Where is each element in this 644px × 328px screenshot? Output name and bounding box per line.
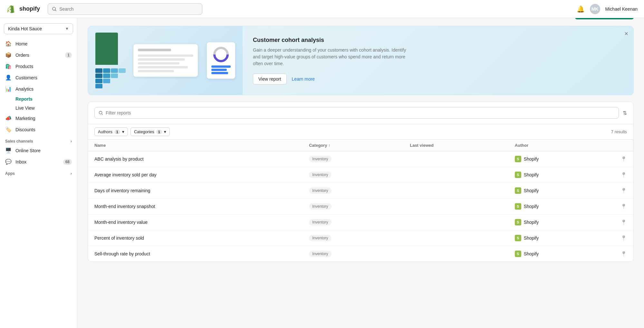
sidebar-item-orders[interactable]: 📦 Orders 1 [0,49,77,61]
col-category[interactable]: Category ↑ [303,140,403,151]
cell-name: Month-end inventory snapshot [88,199,303,214]
view-report-button[interactable]: View report [253,74,287,84]
cell-category: Inventory [303,183,403,199]
promo-banner: × Customer cohort analysis Gain a deeper… [88,26,634,95]
cell-category: Inventory [303,246,403,262]
sidebar-item-inbox[interactable]: 💬 Inbox 68 [0,156,77,167]
authors-chevron-icon: ▾ [122,129,124,134]
cell-last-viewed [403,167,508,183]
chevron-down-icon: ▼ [65,26,69,31]
cell-name: Days of inventory remaining [88,183,303,199]
cell-pin[interactable]: 📍 [614,214,633,230]
sort-button[interactable]: ⇅ [623,110,627,116]
pin-icon[interactable]: 📍 [620,220,627,225]
promo-title: Customer cohort analysis [253,37,623,44]
cell-category: Inventory [303,151,403,167]
notifications-icon[interactable]: 🔔 [577,5,585,13]
cell-pin[interactable]: 📍 [614,167,633,183]
table-row[interactable]: ABC analysis by product Inventory S Shop… [88,151,633,167]
sidebar-item-label: Customers [15,75,37,80]
cell-last-viewed [403,151,508,167]
analytics-icon: 📊 [5,86,12,92]
cell-pin[interactable]: 📍 [614,151,633,167]
pin-icon[interactable]: 📍 [620,235,627,241]
sidebar-item-products[interactable]: 🛍️ Products [0,61,77,72]
sidebar-item-label: Home [15,41,27,46]
cell-author: S Shopify [508,214,614,230]
pin-icon[interactable]: 📍 [620,156,627,162]
pin-icon[interactable]: 📍 [620,188,627,194]
reports-table: Name Category ↑ Last viewed Author ABC a… [88,140,633,262]
top-nav: shopify 🔔 MK Michael Keenan [0,0,644,18]
marketing-icon: 📣 [5,115,12,121]
author-name: Shopify [524,172,539,177]
promo-description: Gain a deeper understanding of your cust… [253,47,414,67]
logo-text: shopify [19,5,40,12]
shopify-logo-icon [6,4,17,14]
sidebar-item-label: Products [15,64,33,69]
cell-pin[interactable]: 📍 [614,230,633,246]
pin-icon[interactable]: 📍 [620,172,627,178]
cell-pin[interactable]: 📍 [614,246,633,262]
filter-search[interactable] [94,107,619,119]
table-row[interactable]: Days of inventory remaining Inventory S … [88,183,633,199]
store-selector[interactable]: Kinda Hot Sauce ▼ [4,23,73,34]
search-bar[interactable] [48,3,202,15]
avatar-initials: MK [591,6,599,12]
learn-more-button[interactable]: Learn more [292,76,315,82]
donut-mock-card [207,42,235,79]
online-store-icon: 🖥️ [5,147,12,154]
logo[interactable]: shopify [6,4,40,14]
cell-author: S Shopify [508,230,614,246]
authors-label: Authors [98,129,112,134]
sidebar-item-label: Analytics [15,86,34,92]
store-name: Kinda Hot Sauce [8,26,42,31]
col-last-viewed: Last viewed [403,140,508,151]
sidebar-item-analytics[interactable]: 📊 Analytics [0,83,77,94]
sidebar-item-live-view[interactable]: Live View [0,104,77,113]
pin-icon[interactable]: 📍 [620,204,627,209]
inbox-icon: 💬 [5,159,12,165]
sidebar: Kinda Hot Sauce ▼ 🏠 Home 📦 Orders 1 🛍️ P… [0,18,77,270]
sidebar-sub-label: Live View [15,105,35,111]
cell-pin[interactable]: 📍 [614,183,633,199]
table-row[interactable]: Month-end inventory snapshot Inventory S… [88,199,633,214]
cell-name: Month-end inventory value [88,214,303,230]
avatar[interactable]: MK [590,4,600,14]
author-name: Shopify [524,220,539,225]
filter-chips-bar: Authors 1 ▾ Categories 1 ▾ 7 results [88,124,633,140]
table-row[interactable]: Average inventory sold per day Inventory… [88,167,633,183]
sidebar-item-label: Marketing [15,116,35,121]
authors-filter-chip[interactable]: Authors 1 ▾ [94,127,128,136]
sidebar-item-marketing[interactable]: 📣 Marketing [0,113,77,124]
expand-icon[interactable]: › [71,139,72,144]
sidebar-item-customers[interactable]: 👤 Customers [0,72,77,83]
promo-actions: View report Learn more [253,74,623,84]
table-row[interactable]: Percent of inventory sold Inventory S Sh… [88,230,633,246]
table-row[interactable]: Month-end inventory value Inventory S Sh… [88,214,633,230]
shopify-author-icon: S [515,219,521,225]
sidebar-item-discounts[interactable]: 🏷️ Discounts [0,124,77,135]
cell-last-viewed [403,246,508,262]
table-header: Name Category ↑ Last viewed Author [88,140,633,151]
promo-close-button[interactable]: × [624,30,628,37]
filter-input[interactable] [106,110,615,115]
sidebar-item-reports[interactable]: Reports [0,94,77,104]
shopify-author-icon: S [515,187,521,194]
table-row[interactable]: Sell-through rate by product Inventory S… [88,246,633,262]
categories-filter-chip[interactable]: Categories 1 ▾ [130,127,170,136]
pin-icon[interactable]: 📍 [620,251,627,257]
apps-section: Apps › [0,167,77,177]
sidebar-item-home[interactable]: 🏠 Home [0,38,77,49]
cell-pin[interactable]: 📍 [614,199,633,214]
sidebar-sub-label: Reports [15,96,33,102]
reports-toolbar: ⇅ [88,102,633,124]
cell-author: S Shopify [508,183,614,199]
cohort-chart-mock [95,33,126,88]
sidebar-item-online-store[interactable]: 🖥️ Online Store [0,145,77,156]
search-input[interactable] [59,6,198,12]
apps-expand-icon[interactable]: › [71,171,72,176]
discounts-icon: 🏷️ [5,126,12,133]
author-name: Shopify [524,251,539,256]
cell-author: S Shopify [508,151,614,167]
